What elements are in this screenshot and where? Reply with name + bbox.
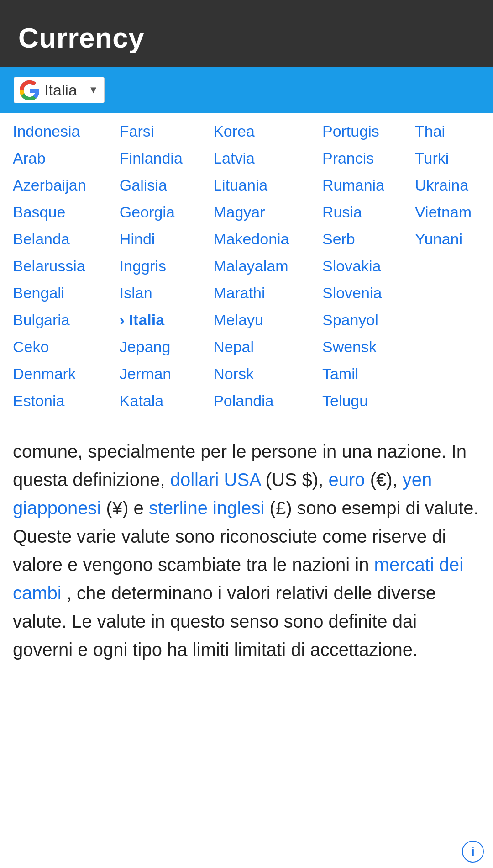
lang-item-empty2 — [407, 280, 493, 307]
lang-item-latvia[interactable]: Latvia — [205, 145, 314, 172]
lang-item-azerbaijan[interactable]: Azerbaijan — [0, 172, 111, 199]
lang-item-estonia[interactable]: Estonia — [0, 387, 111, 414]
lang-item-swensk[interactable]: Swensk — [314, 333, 407, 360]
page-title: Currency — [18, 21, 144, 54]
google-lang-selector[interactable]: Italia ▼ — [14, 77, 105, 103]
lang-item-farsi[interactable]: Farsi — [111, 118, 205, 145]
lang-item-inggris[interactable]: Inggris — [111, 253, 205, 280]
lang-item-norsk[interactable]: Norsk — [205, 360, 314, 387]
article-text-end: , che determinano i valori relativi dell… — [13, 583, 436, 660]
lang-item-thai[interactable]: Thai — [407, 118, 493, 145]
lang-item-denmark[interactable]: Denmark — [0, 360, 111, 387]
lang-item-georgia[interactable]: Georgia — [111, 199, 205, 226]
lang-row-3: Azerbaijan Galisia Lituania Rumania Ukra… — [0, 172, 493, 199]
lang-item-empty3 — [407, 307, 493, 333]
lang-item-portugis[interactable]: Portugis — [314, 118, 407, 145]
selected-language-label: Italia — [44, 81, 77, 99]
lang-item-makedonia[interactable]: Makedonia — [205, 226, 314, 253]
article-text-between3: (¥) e — [101, 498, 149, 518]
lang-item-serb[interactable]: Serb — [314, 226, 407, 253]
lang-item-islan[interactable]: Islan — [111, 280, 205, 307]
article-paragraph: comune, specialmente per le persone in u… — [13, 437, 480, 664]
lang-item-slovenia[interactable]: Slovenia — [314, 280, 407, 307]
lang-item-telugu[interactable]: Telugu — [314, 387, 407, 414]
language-bar[interactable]: Italia ▼ — [0, 67, 493, 113]
link-euro[interactable]: euro — [328, 470, 365, 490]
lang-row-11: Estonia Katala Polandia Telugu — [0, 387, 493, 414]
lang-row-6: Belarussia Inggris Malayalam Slovakia — [0, 253, 493, 280]
lang-row-7: Bengali Islan Marathi Slovenia — [0, 280, 493, 307]
lang-item-empty6 — [407, 387, 493, 414]
lang-item-rusia[interactable]: Rusia — [314, 199, 407, 226]
lang-item-turki[interactable]: Turki — [407, 145, 493, 172]
lang-item-bulgaria[interactable]: Bulgaria — [0, 307, 111, 333]
lang-row-10: Denmark Jerman Norsk Tamil — [0, 360, 493, 387]
lang-item-ukraina[interactable]: Ukraina — [407, 172, 493, 199]
lang-item-empty1 — [407, 253, 493, 280]
lang-item-spanyol[interactable]: Spanyol — [314, 307, 407, 333]
lang-item-indonesia[interactable]: Indonesia — [0, 118, 111, 145]
language-table: Indonesia Farsi Korea Portugis Thai Arab… — [0, 118, 493, 414]
language-dropdown: Indonesia Farsi Korea Portugis Thai Arab… — [0, 113, 493, 423]
bottom-bar: i — [0, 835, 493, 868]
lang-row-5: Belanda Hindi Makedonia Serb Yunani — [0, 226, 493, 253]
lang-row-9: Ceko Jepang Nepal Swensk — [0, 333, 493, 360]
lang-item-bengali[interactable]: Bengali — [0, 280, 111, 307]
lang-item-prancis[interactable]: Prancis — [314, 145, 407, 172]
lang-row-8: Bulgaria Italia Melayu Spanyol — [0, 307, 493, 333]
app-header: Currency — [0, 0, 493, 67]
lang-row-1: Indonesia Farsi Korea Portugis Thai — [0, 118, 493, 145]
lang-item-rumania[interactable]: Rumania — [314, 172, 407, 199]
article-body: comune, specialmente per le persone in u… — [0, 423, 493, 688]
lang-item-jerman[interactable]: Jerman — [111, 360, 205, 387]
lang-item-belanda[interactable]: Belanda — [0, 226, 111, 253]
lang-item-marathi[interactable]: Marathi — [205, 280, 314, 307]
lang-item-basque[interactable]: Basque — [0, 199, 111, 226]
lang-item-magyar[interactable]: Magyar — [205, 199, 314, 226]
lang-item-malayalam[interactable]: Malayalam — [205, 253, 314, 280]
lang-item-finlandia[interactable]: Finlandia — [111, 145, 205, 172]
article-text-between1: (US $), — [261, 470, 329, 490]
lang-item-belarussia[interactable]: Belarussia — [0, 253, 111, 280]
lang-item-korea[interactable]: Korea — [205, 118, 314, 145]
link-dollari-usa[interactable]: dollari USA — [170, 470, 261, 490]
lang-item-jepang[interactable]: Jepang — [111, 333, 205, 360]
dropdown-arrow-icon[interactable]: ▼ — [84, 84, 99, 96]
lang-item-hindi[interactable]: Hindi — [111, 226, 205, 253]
info-icon[interactable]: i — [462, 841, 484, 863]
lang-item-galisia[interactable]: Galisia — [111, 172, 205, 199]
lang-item-vietnam[interactable]: Vietnam — [407, 199, 493, 226]
lang-item-arab[interactable]: Arab — [0, 145, 111, 172]
lang-item-yunani[interactable]: Yunani — [407, 226, 493, 253]
lang-row-2: Arab Finlandia Latvia Prancis Turki — [0, 145, 493, 172]
lang-item-italia-active[interactable]: Italia — [111, 307, 205, 333]
lang-item-ceko[interactable]: Ceko — [0, 333, 111, 360]
lang-item-melayu[interactable]: Melayu — [205, 307, 314, 333]
lang-item-slovakia[interactable]: Slovakia — [314, 253, 407, 280]
lang-item-empty4 — [407, 333, 493, 360]
lang-item-empty5 — [407, 360, 493, 387]
lang-item-lituania[interactable]: Lituania — [205, 172, 314, 199]
lang-row-4: Basque Georgia Magyar Rusia Vietnam — [0, 199, 493, 226]
lang-item-katala[interactable]: Katala — [111, 387, 205, 414]
lang-item-polandia[interactable]: Polandia — [205, 387, 314, 414]
lang-item-nepal[interactable]: Nepal — [205, 333, 314, 360]
article-text-between2: (€), — [365, 470, 403, 490]
link-sterline-inglesi[interactable]: sterline inglesi — [149, 498, 264, 518]
google-logo-icon — [20, 80, 40, 100]
lang-item-tamil[interactable]: Tamil — [314, 360, 407, 387]
